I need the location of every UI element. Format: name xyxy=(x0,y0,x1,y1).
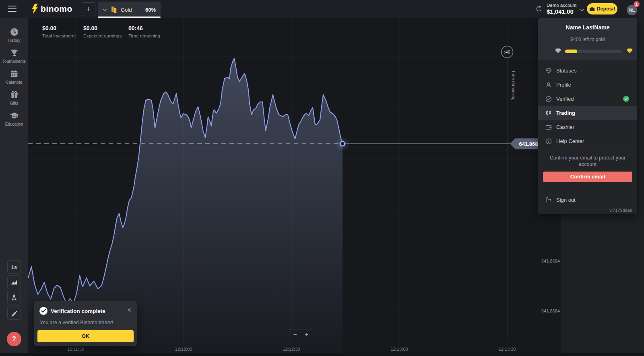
person-icon xyxy=(545,82,552,88)
active-tab-underline xyxy=(98,17,161,18)
menu-item-label: Trading xyxy=(556,110,575,116)
sidebar-item-label: Calendar xyxy=(6,80,23,85)
sidebar-item-tournaments[interactable]: Tournaments xyxy=(0,48,28,64)
menu-item-trading[interactable]: Trading xyxy=(538,106,637,120)
toast-body: You are a verified Binomo trader! xyxy=(40,320,113,325)
lightning-bolt-icon xyxy=(31,4,38,14)
drawing-tools-button[interactable] xyxy=(7,306,21,320)
indicators-button[interactable] xyxy=(7,291,21,304)
deposit-label: Deposit xyxy=(597,6,615,12)
divider xyxy=(538,188,637,188)
binomo-trading-screen: 12:11:3012:12:0012:12:3012:13:0012:13:30… xyxy=(0,0,644,356)
toast-title: Verification complete xyxy=(51,308,105,314)
sidebar-item-history[interactable]: History xyxy=(0,27,28,43)
menu-item-label: Statuses xyxy=(556,68,577,74)
verification-toast: Verification complete ✕ You are a verifi… xyxy=(34,301,137,346)
sign-out-label: Sign out xyxy=(556,197,576,203)
left-sidebar: History Tournaments Calendar xyxy=(0,18,28,353)
menu-item-profile[interactable]: Profile xyxy=(538,78,637,92)
interval-button[interactable]: 1s xyxy=(7,260,21,274)
menu-item-help-center[interactable]: Help Center xyxy=(538,134,637,148)
trophy-icon xyxy=(10,48,19,58)
area-chart-icon xyxy=(10,278,18,286)
menu-item-statuses[interactable]: Statuses xyxy=(538,64,637,78)
sidebar-item-label: Gifts xyxy=(10,101,19,106)
time-axis-label: 12:13:00 xyxy=(391,347,408,352)
graduation-cap-icon xyxy=(10,111,19,120)
total-investment-value: $0.00 xyxy=(42,25,76,32)
silver-gem-icon xyxy=(555,48,561,54)
close-icon[interactable]: ✕ xyxy=(127,307,132,313)
gift-icon xyxy=(10,90,19,99)
briefcase-icon xyxy=(589,6,595,12)
price-axis-label: 641.8684 xyxy=(541,259,560,263)
menu-item-label: Cashier xyxy=(556,124,574,130)
expected-earnings-label: Expected earnings xyxy=(83,33,122,39)
asset-payout: 60% xyxy=(145,7,156,13)
time-remaining-value: 00:46 xyxy=(128,25,160,32)
chevron-down-icon xyxy=(103,8,107,11)
gem-icon xyxy=(545,68,552,74)
confirm-email-note: Confirm your email to protect your accou… xyxy=(538,155,637,168)
chevron-down-icon xyxy=(580,9,584,12)
user-name: Name LastName xyxy=(538,24,637,31)
timer-axis-label: Time remaining xyxy=(511,70,516,100)
sign-out-icon xyxy=(545,197,552,203)
binomo-logo: binomo xyxy=(31,4,72,14)
clock-icon xyxy=(10,27,19,37)
user-menu-header: Name LastName $400 left to gold xyxy=(538,18,637,60)
sidebar-item-education[interactable]: Education xyxy=(0,111,28,126)
check-circle-icon xyxy=(545,96,552,102)
gold-bars-icon xyxy=(110,6,118,14)
account-balance: $1,041.00 xyxy=(547,8,576,15)
candlestick-icon xyxy=(545,110,552,116)
stat-time-remaining: 00:46 Time remaining xyxy=(128,25,160,39)
pencil-icon xyxy=(10,309,18,317)
sidebar-item-label: History xyxy=(8,38,20,43)
gold-gem-icon xyxy=(627,48,633,54)
asset-tab-gold[interactable]: Gold 60% xyxy=(98,2,161,18)
zoom-out-button[interactable]: − xyxy=(289,329,301,340)
ok-button[interactable]: OK xyxy=(37,330,134,342)
help-button[interactable]: ? xyxy=(7,332,21,346)
add-asset-tab-button[interactable]: + xyxy=(82,2,95,16)
price-marker xyxy=(341,142,345,146)
verified-badge-icon xyxy=(623,96,629,102)
divider xyxy=(538,151,637,151)
menu-item-verified[interactable]: Verified xyxy=(538,92,637,106)
wallet-icon xyxy=(545,124,552,130)
user-menu-list: Statuses Profile Verified xyxy=(538,60,637,148)
app-version: v.7179daad xyxy=(538,208,637,213)
price-axis-label: 641.8684 xyxy=(541,308,560,313)
timer-value: :46 xyxy=(504,50,510,54)
calendar-icon xyxy=(10,69,19,79)
user-menu: Name LastName $400 left to gold Statuses xyxy=(538,18,637,214)
menu-item-label: Help Center xyxy=(556,138,584,144)
status-progress-fill xyxy=(565,50,577,53)
chart-type-button[interactable] xyxy=(7,275,21,289)
account-switcher[interactable]: Demo account $1,041.00 xyxy=(535,0,584,18)
sidebar-item-calendar[interactable]: Calendar xyxy=(0,69,28,85)
total-investment-label: Total investment xyxy=(42,33,76,39)
expected-earnings-value: $0.00 xyxy=(83,25,122,32)
notification-count-badge: 1 xyxy=(634,1,640,7)
sign-out-button[interactable]: Sign out xyxy=(538,193,637,207)
menu-item-label: Verified xyxy=(556,96,574,102)
switch-account-icon xyxy=(535,5,543,12)
menu-item-cashier[interactable]: Cashier xyxy=(538,120,637,134)
status-progress-bar xyxy=(565,50,622,53)
sidebar-item-gifts[interactable]: Gifts xyxy=(0,90,28,106)
time-axis-label: 12:13:30 xyxy=(499,347,516,352)
time-remaining-label: Time remaining xyxy=(128,33,160,39)
hamburger-menu-icon[interactable] xyxy=(8,6,17,12)
deposit-button[interactable]: Deposit xyxy=(587,3,617,14)
chart-zoom-controls: − + xyxy=(289,329,312,340)
info-icon xyxy=(545,138,552,145)
confirm-email-button[interactable]: Confirm email xyxy=(543,172,632,182)
sidebar-item-label: Tournaments xyxy=(2,59,26,64)
asset-name: Gold xyxy=(121,7,132,13)
stat-total-investment: $0.00 Total investment xyxy=(42,25,76,39)
zoom-in-button[interactable]: + xyxy=(301,329,312,340)
compass-icon xyxy=(10,294,18,302)
account-type-label: Demo account xyxy=(547,3,576,8)
